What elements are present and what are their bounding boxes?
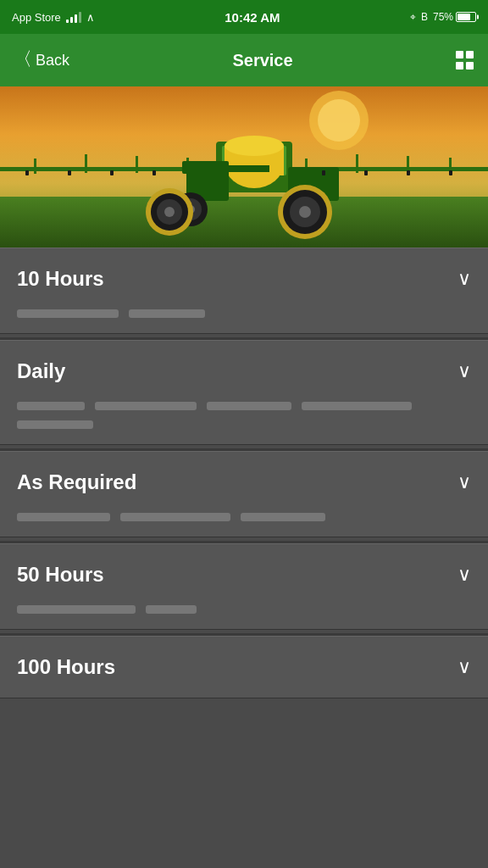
svg-rect-40 (364, 170, 368, 175)
skeleton-lines-daily (0, 402, 488, 444)
back-chevron-icon: 〈 (14, 47, 32, 72)
svg-rect-1 (0, 197, 488, 248)
service-label-100-hours: 100 Hours (17, 655, 115, 679)
wifi-icon: ∧ (86, 11, 95, 24)
svg-point-3 (318, 99, 360, 142)
battery-body-icon (456, 12, 476, 22)
tractor-svg (0, 86, 488, 248)
status-left: App Store ∧ (12, 11, 95, 24)
chevron-down-icon-10-hours: ∨ (458, 268, 471, 290)
battery-fill-icon (458, 14, 470, 20)
svg-rect-5 (34, 159, 36, 174)
hero-image (0, 86, 488, 248)
service-item-100-hours[interactable]: 100 Hours∨ (0, 636, 488, 698)
skeleton-line (146, 605, 197, 614)
chevron-down-icon-50-hours: ∨ (458, 564, 471, 586)
svg-rect-34 (219, 165, 269, 172)
svg-rect-42 (449, 170, 452, 175)
service-header-as-required[interactable]: As Required∨ (0, 452, 488, 513)
service-header-50-hours[interactable]: 50 Hours∨ (0, 544, 488, 605)
skeleton-line (241, 513, 325, 521)
service-list: 10 Hours∨Daily∨As Required∨50 Hours∨100 … (0, 248, 488, 698)
service-header-100-hours[interactable]: 100 Hours∨ (0, 637, 488, 698)
svg-rect-11 (356, 154, 358, 173)
skeleton-line (17, 605, 136, 614)
skeleton-line (302, 402, 412, 410)
service-label-as-required: As Required (17, 470, 136, 494)
svg-point-29 (299, 206, 311, 218)
signal-bars-icon (66, 11, 81, 23)
skeleton-lines-10-hours (0, 309, 488, 333)
chevron-down-icon-100-hours: ∨ (458, 656, 471, 678)
service-item-10-hours[interactable]: 10 Hours∨ (0, 248, 488, 334)
skeleton-line (129, 309, 205, 318)
svg-point-19 (225, 136, 284, 156)
skeleton-line (17, 513, 110, 521)
status-right: ⌖ B 75% (410, 11, 476, 23)
battery-indicator: 75% (433, 11, 476, 23)
svg-rect-37 (110, 170, 114, 175)
svg-rect-39 (322, 170, 325, 175)
service-label-50-hours: 50 Hours (17, 563, 104, 587)
skeleton-line (207, 402, 291, 410)
chevron-down-icon-daily: ∨ (458, 360, 471, 382)
skeleton-line (17, 309, 119, 318)
skeleton-line (17, 420, 93, 429)
svg-rect-7 (136, 156, 138, 173)
battery-percent: 75% (433, 11, 453, 23)
status-bar: App Store ∧ 10:42 AM ⌖ B 75% (0, 0, 488, 34)
svg-rect-41 (407, 170, 410, 175)
service-item-as-required[interactable]: As Required∨ (0, 451, 488, 537)
service-label-10-hours: 10 Hours (17, 267, 104, 291)
svg-rect-36 (68, 170, 71, 175)
location-icon: ⌖ (410, 11, 416, 23)
page-title: Service (232, 51, 292, 70)
skeleton-lines-50-hours (0, 605, 488, 629)
back-label: Back (36, 52, 69, 70)
skeleton-line (17, 402, 85, 410)
bluetooth-icon: B (421, 11, 428, 23)
svg-rect-6 (85, 154, 87, 173)
skeleton-lines-as-required (0, 513, 488, 537)
carrier-label: App Store (12, 11, 61, 24)
svg-point-33 (164, 207, 175, 217)
service-header-10-hours[interactable]: 10 Hours∨ (0, 248, 488, 309)
service-item-50-hours[interactable]: 50 Hours∨ (0, 543, 488, 630)
svg-rect-38 (152, 170, 156, 175)
back-button[interactable]: 〈 Back (14, 48, 69, 72)
service-header-daily[interactable]: Daily∨ (0, 341, 488, 402)
chevron-down-icon-as-required: ∨ (458, 471, 471, 493)
service-item-daily[interactable]: Daily∨ (0, 340, 488, 445)
skeleton-line (95, 402, 197, 410)
svg-rect-35 (25, 170, 29, 175)
time-label: 10:42 AM (225, 10, 280, 25)
grid-menu-button[interactable] (456, 51, 474, 70)
service-label-daily: Daily (17, 359, 65, 383)
nav-bar: 〈 Back Service (0, 34, 488, 86)
skeleton-line (120, 513, 230, 521)
